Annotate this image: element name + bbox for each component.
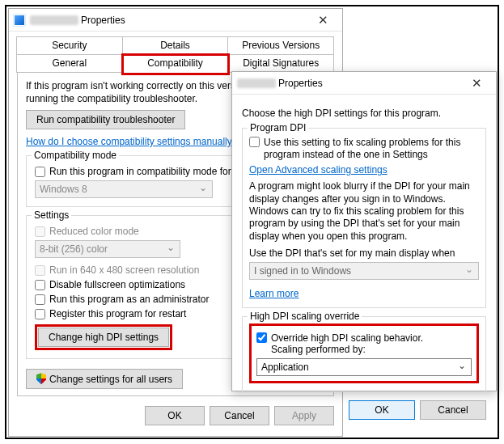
group-title-settings: Settings xyxy=(32,209,71,221)
register-restart-label: Register this program for restart xyxy=(49,308,186,319)
use-dpi-when-select[interactable]: I signed in to Windows xyxy=(249,262,479,280)
titlebar-dpi: Properties ✕ xyxy=(232,72,496,95)
close-icon-dpi[interactable]: ✕ xyxy=(462,75,491,91)
run-troubleshooter-button[interactable]: Run compatibility troubleshooter xyxy=(26,110,185,129)
change-all-users-button[interactable]: Change settings for all users xyxy=(26,369,183,389)
high-dpi-dialog: Properties ✕ Choose the high DPI setting… xyxy=(231,71,497,391)
close-icon[interactable]: ✕ xyxy=(308,12,337,28)
use-setting-label: Use this setting to fix scaling problems… xyxy=(264,137,479,161)
run-640-checkbox xyxy=(35,265,45,276)
run-as-admin-label: Run this program as an administrator xyxy=(49,294,209,305)
app-icon xyxy=(14,15,25,26)
disable-fullscreen-checkbox[interactable] xyxy=(35,280,45,290)
use-dpi-when-label: Use the DPI that's set for my main displ… xyxy=(249,247,479,259)
use-setting-checkbox[interactable] xyxy=(249,137,260,147)
change-high-dpi-button[interactable]: Change high DPI settings xyxy=(38,328,169,347)
redacted-name-dpi xyxy=(237,78,276,88)
advanced-scaling-link[interactable]: Open Advanced scaling settings xyxy=(249,164,388,175)
dpi-explain-text: A program might look blurry if the DPI f… xyxy=(249,180,479,243)
manual-settings-link[interactable]: How do I choose compatibility settings m… xyxy=(26,136,237,147)
group-title-scaling-override: High DPI scaling override xyxy=(248,311,362,322)
register-restart-checkbox[interactable] xyxy=(35,309,45,319)
color-depth-select: 8-bit (256) color xyxy=(35,240,180,258)
dialog2-button-row: OK Cancel xyxy=(242,392,486,420)
group-title-compat-mode: Compatibility mode xyxy=(32,150,119,161)
tab-digital-signatures[interactable]: Digital Signatures xyxy=(227,54,334,73)
ok-button-dpi[interactable]: OK xyxy=(349,400,415,420)
tab-details[interactable]: Details xyxy=(122,36,229,54)
cancel-button-dpi[interactable]: Cancel xyxy=(420,400,486,420)
window-title-dpi: Properties xyxy=(237,78,323,89)
run-as-admin-checkbox[interactable] xyxy=(35,294,45,305)
group-program-dpi: Program DPI Use this setting to fix scal… xyxy=(242,128,486,308)
redacted-name xyxy=(30,15,78,25)
dpi-intro-text: Choose the high DPI settings for this pr… xyxy=(242,108,486,120)
compat-mode-select[interactable]: Windows 8 xyxy=(35,180,213,198)
run-640-label: Run in 640 x 480 screen resolution xyxy=(49,264,199,276)
tab-previous-versions[interactable]: Previous Versions xyxy=(227,36,334,54)
scaling-performed-by-select[interactable]: Application xyxy=(256,358,472,376)
titlebar: Properties ✕ xyxy=(9,9,342,32)
reduced-color-checkbox xyxy=(35,226,45,237)
compat-mode-checkbox[interactable] xyxy=(35,167,45,177)
composite-screenshot-frame: Properties ✕ Security Details Previous V… xyxy=(5,5,499,439)
override-scaling-checkbox[interactable] xyxy=(256,332,267,343)
disable-fullscreen-label: Disable fullscreen optimizations xyxy=(49,279,185,290)
tab-compatibility[interactable]: Compatibility xyxy=(122,54,229,73)
highlight-box-override: Override high DPI scaling behavior. Scal… xyxy=(249,323,479,383)
override-scaling-label: Override high DPI scaling behavior. Scal… xyxy=(271,332,423,355)
group-scaling-override: High DPI scaling override Override high … xyxy=(242,316,486,392)
shield-icon xyxy=(36,373,46,384)
ok-button[interactable]: OK xyxy=(145,406,205,425)
group-title-program-dpi: Program DPI xyxy=(248,122,308,133)
compat-mode-label: Run this program in compatibility mode f… xyxy=(49,166,234,177)
window-title: Properties xyxy=(30,15,125,26)
tab-security[interactable]: Security xyxy=(16,36,123,54)
tab-general[interactable]: General xyxy=(16,54,123,73)
learn-more-link[interactable]: Learn more xyxy=(249,288,299,299)
highlight-box-dpi-button: Change high DPI settings xyxy=(35,324,172,350)
reduced-color-label: Reduced color mode xyxy=(49,226,139,237)
